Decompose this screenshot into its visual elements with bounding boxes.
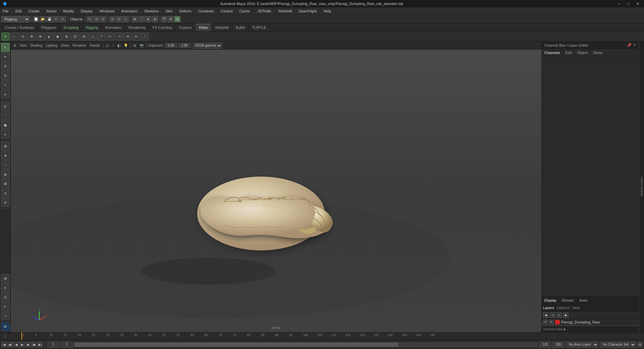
go-to-end-button[interactable]: ▶| [38,342,43,347]
menu-redshift[interactable]: Redshift [277,8,293,14]
channels-tab[interactable]: Channels [543,50,561,55]
menu-deform[interactable]: Deform [178,8,193,14]
snap-to-grid[interactable]: ⊞ [1,142,10,150]
snap-to-plane[interactable]: ⊠ [1,179,10,188]
menu-select[interactable]: Select [45,8,58,14]
render-current-button[interactable]: 🎬 [161,16,167,22]
shelf-icon-1[interactable]: ○ [10,33,18,41]
tab-rendering[interactable]: Rendering [125,24,149,31]
tab-bullet[interactable]: Bullet [232,24,249,31]
lasso-tool-button[interactable]: ⊙ [94,16,100,22]
gamma-value[interactable]: 1.00 [178,43,191,48]
options-subtab[interactable]: Options [557,306,570,310]
shelf-icon-6[interactable]: ◆ [54,33,62,41]
shelf-icon-3[interactable]: ⚙ [28,33,36,41]
go-to-start-button[interactable]: |◀ [1,342,7,347]
misc-tool-1[interactable]: ⊡ [1,293,10,301]
shelf-icon-5[interactable]: ▲ [45,33,53,41]
shelf-icon-10[interactable]: ⊥ [89,33,97,41]
snap-curve-button[interactable]: ⌒ [139,16,145,22]
rotate-tool[interactable]: ↻ [1,71,10,80]
region-select-tool[interactable]: ▣ [1,120,10,129]
anim-options-button[interactable]: ⚙ [637,342,643,347]
object-tab[interactable]: Object [576,50,589,55]
layer-tool[interactable]: ≡ [1,283,10,292]
misc-tool-2[interactable]: ⊢ [1,302,10,311]
snap-to-view[interactable]: ◈ [1,170,10,179]
tab-curves-surfaces[interactable]: Curves / Surfaces [1,24,38,31]
vp-grid-btn[interactable]: ⊞ [132,43,138,48]
show-tab[interactable]: Show [592,50,604,55]
viewport-show-menu[interactable]: Show [59,43,70,48]
shelf-icon-12[interactable]: ⊢ [106,33,114,41]
viewport-renderer-menu[interactable]: Renderer [71,43,88,48]
snap-point-button[interactable]: ⊕ [145,16,151,22]
edit-tab[interactable]: Edit [564,50,573,55]
maximize-button[interactable]: □ [625,1,632,7]
close-button[interactable]: ✕ [634,1,641,7]
layer-visibility-0[interactable]: V [543,320,548,325]
vp-wireframe-btn[interactable]: ⊡ [105,43,110,48]
viewport-lighting-menu[interactable]: Lighting [44,43,59,48]
shelf-icon-9[interactable]: ⧉ [80,33,88,41]
color-space-dropdown[interactable]: sRGB gamma [194,43,222,49]
shelf-icon-0[interactable]: ✕ [1,33,9,41]
snap-grid-button[interactable]: ⊞ [132,16,138,22]
menu-control[interactable]: Control [219,8,234,14]
grid-toggle[interactable]: ⊞ [1,274,10,283]
exposure-value[interactable]: 0.00 [165,43,177,48]
display-layer-tab[interactable]: Display [543,298,558,303]
range-start-input[interactable] [61,342,73,348]
shelf-icon-15[interactable]: ⊳ [132,33,140,41]
tab-fx-caching[interactable]: FX Caching [149,24,175,31]
undo-button[interactable]: ↩ [53,16,59,22]
anim-layer-dropdown[interactable]: No Anim Layer [566,342,598,348]
vp-lights-btn[interactable]: 💡 [122,43,129,48]
tab-sculpting[interactable]: Sculpting [60,24,82,31]
play-button[interactable]: ▶ [19,342,25,347]
minimize-button[interactable]: ─ [616,1,623,7]
next-frame-button[interactable]: ▶ [25,342,31,347]
vp-cam-btn[interactable]: 📷 [138,43,145,48]
tab-polygons[interactable]: Polygons [38,24,60,31]
menu-skeleton[interactable]: Skeleton [143,8,160,14]
paint-select-tool[interactable]: ✏ [1,52,10,61]
viewport-view-menu[interactable]: View [18,43,28,48]
shelf-icon-4[interactable]: ⊕ [36,33,44,41]
hardware-render-button[interactable]: H [174,16,180,22]
measure-tool[interactable]: ≡ [1,130,10,139]
shelf-icon-13[interactable]: ⊣ [115,33,123,41]
menu-display[interactable]: Display [79,8,94,14]
tab-rigging[interactable]: Rigging [82,24,102,31]
rotate-tool-button[interactable]: ↻ [116,16,122,22]
anim-layer-tab[interactable]: Anim [578,298,589,303]
prev-frame-button[interactable]: ◁ [550,312,555,318]
anim-end-input[interactable] [552,342,565,348]
timeline-ruler[interactable]: 1 5 10 15 20 25 30 35 40 45 50 55 60 65 … [21,333,541,340]
tab-redshift[interactable]: Redshift [212,24,232,31]
current-frame-input[interactable] [47,342,59,348]
layer-color-swatch-0[interactable] [555,320,560,325]
curve-tool[interactable]: ⌒ [1,111,10,120]
layer-item-0[interactable]: V P Pierogi_Dumpling_Raw [542,319,639,326]
shelf-icon-16[interactable]: ↑ [141,33,149,41]
new-scene-button[interactable]: 📄 [33,16,39,22]
hide-manipulator[interactable]: ⊘ [1,198,10,207]
tab-animation[interactable]: Animation [102,24,125,31]
char-set-dropdown[interactable]: No Character Set [600,342,636,348]
open-scene-button[interactable]: 📂 [40,16,46,22]
move-tool-button[interactable]: ✛ [109,16,115,22]
menu-windows[interactable]: Windows [98,8,116,14]
menu-3dtool[interactable]: -3DToAll- [255,8,273,14]
channel-box-close-button[interactable]: ✕ [633,43,636,47]
vp-smooth-btn[interactable]: ○ [111,43,115,48]
soft-select-tool[interactable]: ◎ [1,102,10,110]
snap-view-button[interactable]: ◈ [152,16,158,22]
tab-custom[interactable]: Custom [175,24,195,31]
prev-key-button[interactable]: ◀| [7,342,13,347]
viewport-canvas[interactable]: persp X Y Z [11,50,541,332]
shelf-icon-14[interactable]: ⊲ [123,33,131,41]
vp-texture-btn[interactable]: ◧ [116,43,122,48]
select-tool-button[interactable]: ↖ [87,16,93,22]
range-end-input[interactable] [539,342,551,348]
